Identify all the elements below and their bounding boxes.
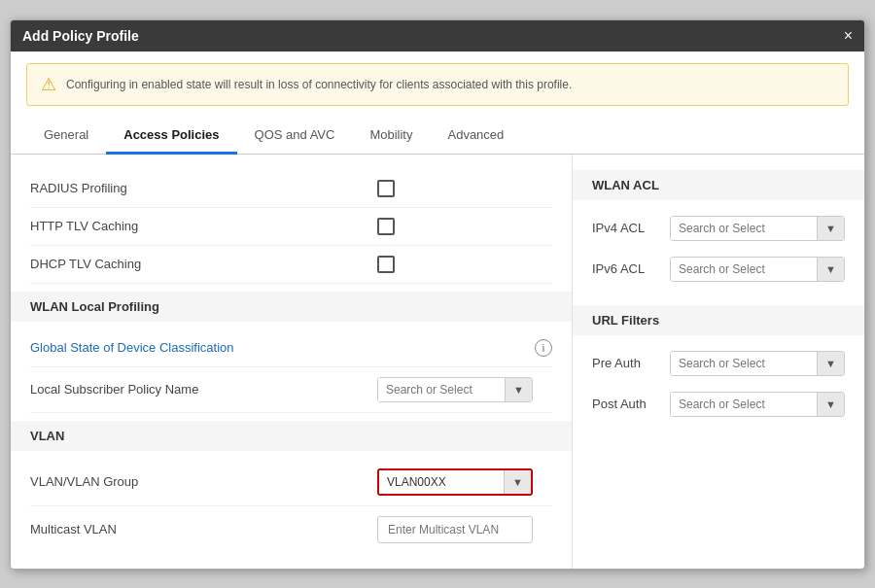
vlan-group-select[interactable]: ▼	[377, 468, 533, 496]
tab-advanced[interactable]: Advanced	[430, 118, 521, 155]
pre-auth-select[interactable]: ▼	[670, 351, 845, 376]
radius-profiling-label: RADIUS Profiling	[30, 181, 377, 195]
radius-profiling-control	[377, 180, 552, 197]
local-subscriber-control: ▼	[377, 377, 552, 402]
ipv6-acl-row: IPv6 ACL ▼	[592, 249, 845, 290]
modal-header: Add Policy Profile ×	[11, 20, 864, 52]
vlan-group-control: ▼	[377, 468, 552, 496]
pre-auth-input[interactable]	[671, 352, 817, 375]
local-subscriber-select[interactable]: ▼	[377, 377, 533, 402]
right-panel: WLAN ACL IPv4 ACL ▼ IPv6 ACL ▼ URL Filte…	[573, 155, 864, 569]
http-tlv-label: HTTP TLV Caching	[30, 219, 377, 233]
post-auth-select[interactable]: ▼	[670, 392, 845, 417]
ipv6-acl-dropdown-arrow[interactable]: ▼	[817, 258, 844, 281]
post-auth-row: Post Auth ▼	[592, 384, 845, 425]
radius-profiling-checkbox[interactable]	[377, 180, 395, 197]
local-subscriber-row: Local Subscriber Policy Name ▼	[30, 367, 552, 413]
tab-content: RADIUS Profiling HTTP TLV Caching DHCP T…	[11, 155, 864, 569]
tab-general[interactable]: General	[26, 118, 106, 155]
ipv4-acl-row: IPv4 ACL ▼	[592, 208, 845, 249]
ipv4-acl-dropdown-arrow[interactable]: ▼	[817, 217, 844, 240]
wlan-acl-header: WLAN ACL	[573, 170, 864, 200]
dhcp-tlv-checkbox[interactable]	[377, 256, 395, 273]
pre-auth-label: Pre Auth	[592, 356, 670, 370]
wlan-local-profiling-header: WLAN Local Profiling	[11, 292, 572, 322]
left-panel: RADIUS Profiling HTTP TLV Caching DHCP T…	[11, 155, 573, 569]
tab-mobility[interactable]: Mobility	[352, 118, 430, 155]
http-tlv-checkbox[interactable]	[377, 218, 395, 235]
vlan-header: VLAN	[11, 421, 572, 451]
pre-auth-row: Pre Auth ▼	[592, 343, 845, 384]
add-policy-profile-modal: Add Policy Profile × ⚠ Configuring in en…	[10, 19, 865, 570]
multicast-vlan-row: Multicast VLAN	[30, 506, 552, 553]
vlan-group-row: VLAN/VLAN Group ▼	[30, 459, 552, 506]
http-tlv-row: HTTP TLV Caching	[30, 208, 552, 246]
post-auth-dropdown-arrow[interactable]: ▼	[817, 393, 844, 416]
ipv6-acl-input[interactable]	[671, 258, 817, 281]
vlan-group-input[interactable]	[379, 470, 504, 494]
dhcp-tlv-label: DHCP TLV Caching	[30, 257, 377, 271]
tab-qos-avc[interactable]: QOS and AVC	[237, 118, 353, 155]
modal-title: Add Policy Profile	[22, 28, 139, 44]
multicast-vlan-label: Multicast VLAN	[30, 522, 377, 536]
pre-auth-dropdown-arrow[interactable]: ▼	[817, 352, 844, 375]
tabs-bar: General Access Policies QOS and AVC Mobi…	[11, 118, 864, 155]
global-state-row: Global State of Device Classification i	[30, 329, 552, 367]
multicast-vlan-control	[377, 516, 552, 543]
radius-profiling-row: RADIUS Profiling	[30, 170, 552, 208]
ipv4-acl-select[interactable]: ▼	[670, 216, 845, 241]
warning-banner: ⚠ Configuring in enabled state will resu…	[26, 63, 849, 106]
warning-icon: ⚠	[41, 74, 56, 95]
info-icon[interactable]: i	[535, 339, 552, 357]
http-tlv-control	[377, 218, 552, 235]
local-subscriber-input[interactable]	[378, 378, 505, 401]
local-subscriber-dropdown-arrow[interactable]: ▼	[505, 378, 532, 401]
warning-message: Configuring in enabled state will result…	[66, 78, 572, 91]
multicast-vlan-input[interactable]	[377, 516, 533, 543]
dhcp-tlv-control	[377, 256, 552, 273]
global-state-label[interactable]: Global State of Device Classification	[30, 340, 527, 355]
ipv6-acl-label: IPv6 ACL	[592, 261, 670, 276]
dhcp-tlv-row: DHCP TLV Caching	[30, 246, 552, 284]
url-filters-header: URL Filters	[573, 305, 864, 335]
ipv4-acl-input[interactable]	[671, 217, 817, 240]
tab-access-policies[interactable]: Access Policies	[106, 118, 236, 155]
post-auth-input[interactable]	[671, 393, 817, 416]
ipv6-acl-select[interactable]: ▼	[670, 257, 845, 282]
post-auth-label: Post Auth	[592, 397, 670, 411]
close-button[interactable]: ×	[844, 28, 853, 44]
local-subscriber-label: Local Subscriber Policy Name	[30, 382, 377, 397]
ipv4-acl-label: IPv4 ACL	[592, 221, 670, 235]
vlan-group-label: VLAN/VLAN Group	[30, 474, 377, 489]
vlan-group-dropdown-arrow[interactable]: ▼	[504, 470, 531, 494]
